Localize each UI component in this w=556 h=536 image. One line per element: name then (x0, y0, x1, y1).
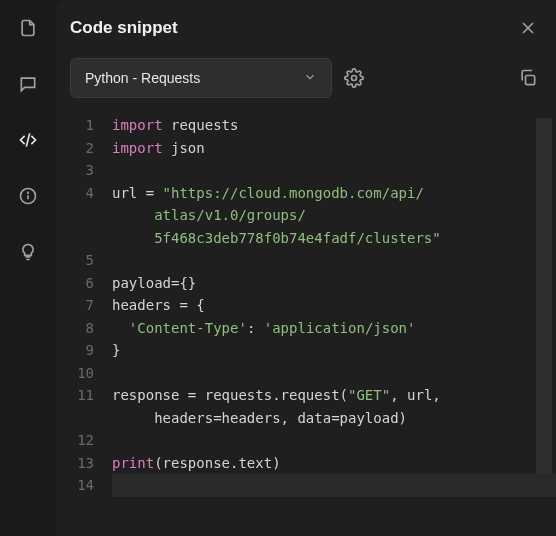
chevron-down-icon (303, 70, 317, 87)
code-line[interactable]: 14 (56, 474, 556, 497)
line-content: import requests (112, 114, 556, 137)
line-content (112, 474, 556, 497)
line-number (56, 407, 112, 430)
svg-point-3 (28, 192, 29, 193)
code-line[interactable]: 5f468c3deb778f0b74e4fadf/clusters" (56, 227, 556, 250)
comment-icon[interactable] (18, 74, 38, 94)
code-line[interactable]: 3 (56, 159, 556, 182)
line-number: 13 (56, 452, 112, 475)
line-content: import json (112, 137, 556, 160)
scrollbar-track[interactable] (536, 118, 552, 474)
line-content (112, 362, 556, 385)
line-content: payload={} (112, 272, 556, 295)
line-number: 2 (56, 137, 112, 160)
copy-icon[interactable] (518, 68, 538, 88)
line-number: 14 (56, 474, 112, 497)
code-line[interactable]: headers=headers, data=payload) (56, 407, 556, 430)
code-line[interactable]: 4url = "https://cloud.mongodb.com/api/ (56, 182, 556, 205)
line-content (112, 159, 556, 182)
line-content: print(response.text) (112, 452, 556, 475)
code-line[interactable]: 6payload={} (56, 272, 556, 295)
gear-icon[interactable] (344, 68, 364, 88)
language-select-value: Python - Requests (85, 70, 200, 86)
line-content: atlas/v1.0/groups/ (112, 204, 556, 227)
line-number: 8 (56, 317, 112, 340)
line-number: 1 (56, 114, 112, 137)
lightbulb-icon[interactable] (18, 242, 38, 262)
left-sidebar (0, 0, 56, 536)
line-number (56, 227, 112, 250)
line-content (112, 249, 556, 272)
close-icon[interactable] (518, 18, 538, 38)
line-content: url = "https://cloud.mongodb.com/api/ (112, 182, 556, 205)
line-number: 9 (56, 339, 112, 362)
code-line[interactable]: 8 'Content-Type': 'application/json' (56, 317, 556, 340)
line-number: 3 (56, 159, 112, 182)
line-number: 12 (56, 429, 112, 452)
line-number: 5 (56, 249, 112, 272)
line-content: response = requests.request("GET", url, (112, 384, 556, 407)
line-number: 7 (56, 294, 112, 317)
code-line[interactable]: 5 (56, 249, 556, 272)
line-content: headers=headers, data=payload) (112, 407, 556, 430)
line-number: 6 (56, 272, 112, 295)
code-line[interactable]: 13print(response.text) (56, 452, 556, 475)
language-select[interactable]: Python - Requests (70, 58, 332, 98)
line-content (112, 429, 556, 452)
code-line[interactable]: 9} (56, 339, 556, 362)
code-line[interactable]: 7headers = { (56, 294, 556, 317)
info-icon[interactable] (18, 186, 38, 206)
code-line[interactable]: atlas/v1.0/groups/ (56, 204, 556, 227)
svg-point-6 (352, 76, 357, 81)
line-number: 4 (56, 182, 112, 205)
code-icon[interactable] (18, 130, 38, 150)
line-number: 11 (56, 384, 112, 407)
code-snippet-panel: Code snippet Python - Requests 1import r… (56, 0, 556, 536)
line-number: 10 (56, 362, 112, 385)
controls-row: Python - Requests (56, 50, 556, 110)
code-line[interactable]: 10 (56, 362, 556, 385)
document-icon[interactable] (18, 18, 38, 38)
code-line[interactable]: 12 (56, 429, 556, 452)
code-editor[interactable]: 1import requests2import json34url = "htt… (56, 110, 556, 497)
line-number (56, 204, 112, 227)
code-line[interactable]: 1import requests (56, 114, 556, 137)
svg-rect-7 (526, 76, 535, 85)
line-content: 'Content-Type': 'application/json' (112, 317, 556, 340)
line-content: headers = { (112, 294, 556, 317)
svg-line-0 (26, 133, 29, 146)
line-content: 5f468c3deb778f0b74e4fadf/clusters" (112, 227, 556, 250)
code-line[interactable]: 2import json (56, 137, 556, 160)
line-content: } (112, 339, 556, 362)
code-line[interactable]: 11response = requests.request("GET", url… (56, 384, 556, 407)
panel-header: Code snippet (56, 0, 556, 50)
panel-title: Code snippet (70, 18, 178, 38)
